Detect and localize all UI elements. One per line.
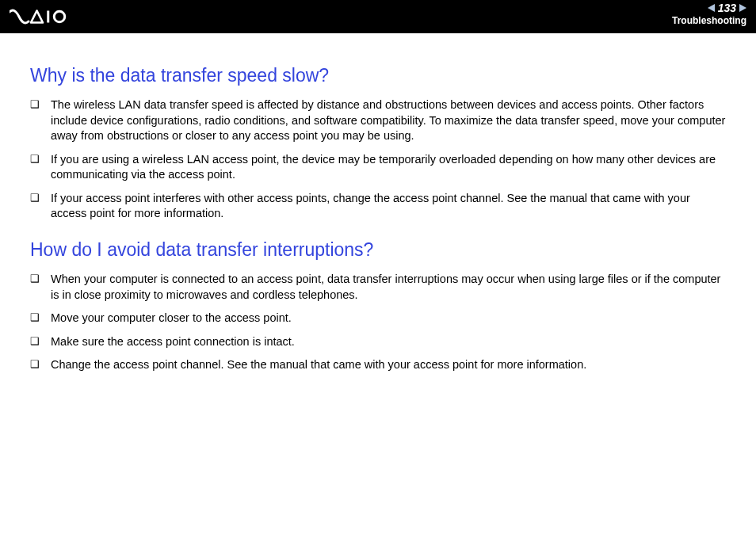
svg-rect-0 — [47, 11, 49, 23]
section-heading: Why is the data transfer speed slow? — [30, 65, 726, 86]
svg-point-1 — [54, 11, 65, 22]
page-number: 133 — [718, 2, 736, 14]
vaio-logo — [10, 0, 81, 33]
list-item: Change the access point channel. See the… — [30, 357, 726, 373]
list-item: The wireless LAN data transfer speed is … — [30, 97, 726, 144]
section-label: Troubleshooting — [672, 15, 746, 26]
page-nav: 133 — [672, 2, 746, 14]
next-page-arrow-icon[interactable] — [739, 4, 746, 12]
section-heading: How do I avoid data transfer interruptio… — [30, 239, 726, 261]
list-item: Make sure the access point connection is… — [30, 334, 726, 350]
list-item: When your computer is connected to an ac… — [30, 272, 726, 303]
header-right: 133 Troubleshooting — [672, 2, 746, 26]
header-bar: 133 Troubleshooting — [0, 0, 756, 33]
page-content: Why is the data transfer speed slow? The… — [0, 33, 756, 397]
section-2: How do I avoid data transfer interruptio… — [30, 239, 726, 373]
bullet-list: When your computer is connected to an ac… — [30, 272, 726, 373]
list-item: If you are using a wireless LAN access p… — [30, 152, 726, 183]
section-1: Why is the data transfer speed slow? The… — [30, 65, 726, 222]
bullet-list: The wireless LAN data transfer speed is … — [30, 97, 726, 222]
list-item: If your access point interferes with oth… — [30, 191, 726, 222]
list-item: Move your computer closer to the access … — [30, 311, 726, 326]
prev-page-arrow-icon[interactable] — [708, 4, 715, 12]
